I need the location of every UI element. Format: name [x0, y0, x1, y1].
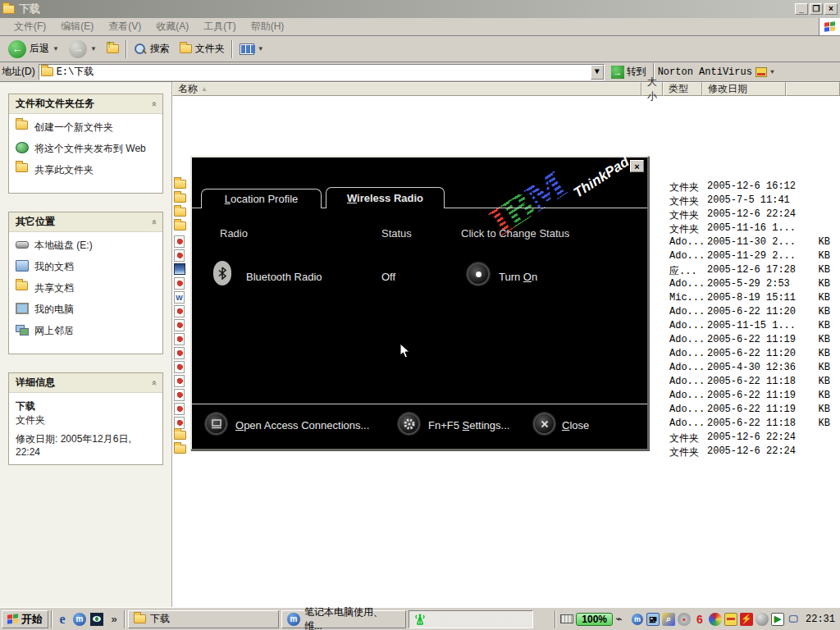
- details-panel: 详细信息 » 下载 文件夹 修改日期: 2005年12月6日, 22:24: [8, 372, 163, 465]
- address-label: 地址(D): [2, 65, 35, 79]
- sidebar-item-publish-web[interactable]: 将这个文件夹发布到 Web: [16, 142, 158, 156]
- column-header-date[interactable]: 修改日期: [702, 82, 786, 96]
- task-button-downloads[interactable]: 下载: [128, 610, 279, 628]
- collapse-chevron-icon[interactable]: »: [148, 101, 158, 106]
- red-six-icon[interactable]: 6: [693, 613, 706, 626]
- sidebar-item-shared-documents[interactable]: 共享文档: [16, 281, 158, 295]
- dialog-footer-close-button[interactable]: [533, 413, 555, 435]
- pdf-file-icon: [174, 347, 185, 359]
- sidebar-item-share-folder[interactable]: 共享此文件夹: [16, 163, 158, 177]
- task-button-notebook-doc[interactable]: m 笔记本电脑使用、维...: [281, 610, 406, 628]
- column-header-size[interactable]: 大小: [641, 82, 663, 96]
- norton-icon: [756, 67, 767, 77]
- taskbar-clock[interactable]: 22:31: [806, 614, 835, 625]
- gray-sphere-icon[interactable]: [756, 613, 769, 626]
- norton-antivirus-button[interactable]: Norton AntiVirus ▼: [658, 66, 774, 78]
- network-connection-icon[interactable]: 🖵: [787, 613, 800, 626]
- maxthon-tray-icon[interactable]: m: [631, 613, 644, 626]
- norton-dropdown-icon[interactable]: ▼: [770, 68, 774, 75]
- power-plug-icon[interactable]: [615, 615, 628, 623]
- keyboard-icon[interactable]: [560, 614, 573, 623]
- menu-view[interactable]: 查看(V): [101, 17, 148, 36]
- collapse-chevron-icon[interactable]: »: [148, 380, 158, 385]
- minimize-button[interactable]: _: [795, 3, 808, 15]
- column-header-type[interactable]: 类型: [663, 82, 702, 96]
- computer-icon: [16, 303, 29, 314]
- battery-indicator[interactable]: 100%: [576, 613, 613, 626]
- menu-file[interactable]: 文件(F): [7, 17, 53, 36]
- sidebar-item-my-documents[interactable]: 我的文档: [16, 260, 158, 274]
- address-dropdown-button[interactable]: ▼: [591, 65, 604, 80]
- back-dropdown-icon[interactable]: ▼: [52, 45, 59, 52]
- color-wheel-icon[interactable]: [709, 613, 722, 626]
- file-tasks-title: 文件和文件夹任务: [16, 97, 94, 111]
- go-label: 转到: [627, 65, 646, 79]
- sidebar-item-local-disk[interactable]: 本地磁盘 (E:): [16, 239, 158, 253]
- sound-card-icon[interactable]: [724, 613, 737, 626]
- maxthon-icon[interactable]: m: [72, 612, 87, 627]
- address-input[interactable]: E:\下载 ▼: [39, 64, 605, 80]
- views-icon: [240, 43, 254, 55]
- search-button[interactable]: 搜索: [130, 40, 173, 57]
- forward-icon: →: [69, 40, 87, 58]
- monitor-play-icon[interactable]: ▶: [771, 613, 784, 626]
- tab-location-profile[interactable]: Location Profile: [201, 189, 322, 208]
- open-access-connections-label[interactable]: Open Access Connections...: [235, 419, 369, 431]
- go-icon: →: [611, 66, 624, 79]
- details-modified: 修改日期: 2005年12月6日,: [16, 432, 156, 446]
- dialog-footer-close-label[interactable]: Close: [562, 419, 589, 431]
- menu-help[interactable]: 帮助(H): [244, 17, 292, 36]
- fn-f5-settings-label[interactable]: Fn+F5 Settings...: [428, 419, 509, 431]
- folders-icon: [180, 44, 192, 53]
- start-windows-logo: [7, 614, 19, 624]
- place-label: 网上邻居: [34, 324, 74, 338]
- sidebar-item-network-places[interactable]: 网上邻居: [16, 324, 158, 338]
- tab-wireless-radio[interactable]: Wireless Radio: [326, 187, 445, 208]
- radio-column-header: Radio: [220, 227, 248, 240]
- sidebar-item-new-folder[interactable]: 创建一个新文件夹: [16, 121, 158, 135]
- offline-globe-icon[interactable]: •: [678, 613, 691, 626]
- fn-f5-settings-button[interactable]: [398, 413, 420, 435]
- back-button[interactable]: ← 后退 ▼: [5, 39, 62, 60]
- turn-on-label[interactable]: Turn On: [499, 271, 537, 283]
- start-button[interactable]: 开始: [2, 610, 48, 628]
- open-access-connections-button[interactable]: [205, 413, 227, 435]
- sidebar-item-my-computer[interactable]: 我的电脑: [16, 303, 158, 317]
- collapse-chevron-icon[interactable]: »: [148, 219, 158, 224]
- pdf-file-icon: [174, 417, 185, 429]
- application-file-icon: [174, 263, 185, 275]
- close-button[interactable]: ×: [824, 3, 838, 15]
- restore-button[interactable]: ❐: [810, 3, 823, 15]
- up-button[interactable]: ↑: [103, 43, 122, 55]
- task-button-wireless-radio[interactable]: [409, 610, 533, 628]
- menu-edit[interactable]: 编辑(E): [53, 17, 101, 36]
- eye-viewer-icon[interactable]: [89, 612, 104, 627]
- search-magnifier-icon[interactable]: ⌕: [662, 613, 675, 626]
- toolbar-separator: [126, 40, 127, 58]
- ie-icon[interactable]: e: [55, 612, 70, 627]
- red-lightning-icon[interactable]: ⚡: [740, 613, 753, 626]
- task-label: 将这个文件夹发布到 Web: [34, 142, 146, 156]
- pdf-file-icon: [174, 375, 185, 387]
- details-header[interactable]: 详细信息 »: [9, 373, 162, 393]
- other-places-header[interactable]: 其它位置 »: [9, 212, 162, 232]
- file-tasks-header[interactable]: 文件和文件夹任务 »: [9, 94, 162, 114]
- views-dropdown-icon[interactable]: ▼: [258, 45, 264, 52]
- forward-dropdown-icon[interactable]: ▼: [90, 45, 97, 52]
- windows-logo: [819, 18, 840, 35]
- menu-tools[interactable]: 工具(T): [196, 17, 243, 36]
- turn-on-button[interactable]: [467, 262, 490, 285]
- views-button[interactable]: ▼: [236, 42, 267, 57]
- forward-button[interactable]: → ▼: [66, 39, 100, 60]
- column-header-name[interactable]: 名称▲: [172, 82, 641, 96]
- overflow-chevron[interactable]: »: [107, 612, 121, 627]
- bluetooth-status: Off: [381, 271, 395, 283]
- go-button[interactable]: → 转到: [608, 64, 650, 80]
- network-computers-icon[interactable]: 🖳: [646, 613, 660, 626]
- folders-button[interactable]: 文件夹: [176, 40, 228, 57]
- menu-favorites[interactable]: 收藏(A): [148, 17, 196, 36]
- taskbar-separator: [124, 610, 126, 628]
- pdf-file-icon: [174, 403, 185, 415]
- task-label: 创建一个新文件夹: [34, 121, 113, 135]
- mouse-cursor: [399, 343, 411, 359]
